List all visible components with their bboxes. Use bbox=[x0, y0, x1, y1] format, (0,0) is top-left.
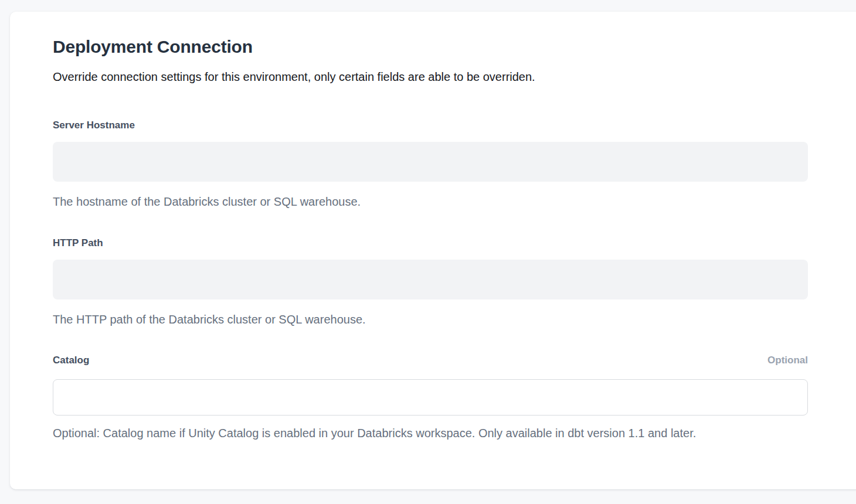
catalog-optional-badge: Optional bbox=[767, 354, 808, 367]
card-content: Deployment Connection Override connectio… bbox=[53, 12, 808, 441]
page-subtitle: Override connection settings for this en… bbox=[53, 69, 808, 85]
server-hostname-input bbox=[53, 142, 808, 182]
field-group-server-hostname: Server Hostname The hostname of the Data… bbox=[53, 119, 808, 209]
http-path-input bbox=[53, 260, 808, 299]
deployment-connection-card: Deployment Connection Override connectio… bbox=[10, 12, 856, 489]
page-title: Deployment Connection bbox=[53, 36, 808, 58]
field-group-catalog: Catalog Optional Optional: Catalog name … bbox=[53, 354, 808, 441]
catalog-help: Optional: Catalog name if Unity Catalog … bbox=[53, 425, 808, 441]
field-group-http-path: HTTP Path The HTTP path of the Databrick… bbox=[53, 237, 808, 327]
http-path-label: HTTP Path bbox=[53, 237, 103, 250]
catalog-label: Catalog bbox=[53, 354, 89, 367]
server-hostname-label: Server Hostname bbox=[53, 119, 135, 132]
http-path-help: The HTTP path of the Databricks cluster … bbox=[53, 312, 808, 327]
catalog-input[interactable] bbox=[53, 379, 808, 416]
server-hostname-help: The hostname of the Databricks cluster o… bbox=[53, 194, 808, 209]
